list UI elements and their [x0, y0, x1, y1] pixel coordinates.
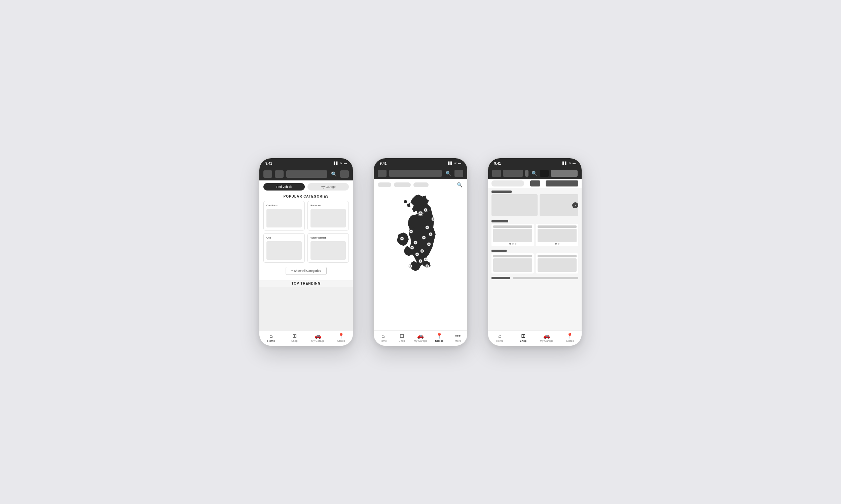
shop-sort-bar[interactable] — [546, 180, 578, 186]
bottom-label-1 — [492, 277, 510, 279]
phone-shop: 9:41 ▋▋ ≋ ▬ 🔍 — [488, 158, 582, 346]
section-label-2 — [492, 220, 508, 222]
shop-search-bar[interactable] — [492, 180, 524, 186]
tab-my-garage[interactable]: My Garage — [307, 183, 349, 191]
nav-hamburger-icon[interactable] — [263, 170, 272, 178]
nav-menu-icon-2[interactable] — [454, 170, 463, 177]
wifi-icon-3: ≋ — [568, 162, 571, 165]
dot-3 — [515, 243, 516, 245]
shop-filter-button[interactable] — [530, 180, 540, 186]
search-icon-3[interactable]: 🔍 — [456, 181, 463, 188]
trending-area — [259, 287, 353, 330]
search-icon[interactable]: 🔍 — [330, 170, 338, 178]
nav-home-label: Home — [268, 339, 275, 342]
nav-menu-icon[interactable] — [275, 170, 284, 178]
product-card-2[interactable] — [536, 224, 578, 246]
nav-home-3[interactable]: ⌂ Home — [493, 333, 507, 342]
top-nav-1: 🔍 — [259, 168, 353, 180]
nav-home[interactable]: ⌂ Home — [264, 333, 278, 342]
category-oils[interactable]: Oils — [263, 233, 305, 263]
category-oils-img — [267, 241, 302, 260]
product-card-3[interactable] — [492, 253, 534, 273]
bottom-nav-3: ⌂ Home ⊞ Shop 🚗 My Garage 📍 Stores — [488, 330, 582, 346]
stores-sub-nav: 🔍 — [374, 179, 467, 191]
status-icons-1: ▋▋ ≋ ▬ — [334, 162, 347, 165]
nav-home-2[interactable]: ⌂ Home — [376, 333, 391, 342]
svg-point-16 — [411, 247, 413, 249]
nav-shop-label-3: Shop — [520, 339, 527, 342]
status-time-1: 9:41 — [265, 162, 272, 165]
nav-back-icon-3[interactable] — [492, 170, 501, 177]
product-title-3 — [493, 255, 532, 257]
nav-stores-label-2: Stores — [435, 339, 443, 342]
filter-pill-2[interactable] — [394, 182, 411, 187]
svg-point-30 — [415, 242, 416, 244]
nav-shop-label: Shop — [291, 339, 298, 342]
bottom-nav-2: ⌂ Home ⊞ Shop 🚗 My Garage 📍 Stores ••• M… — [374, 330, 467, 346]
category-batteries-label: Batteries — [310, 204, 346, 207]
nav-shop[interactable]: ⊞ Shop — [287, 333, 302, 342]
filter-pill-1[interactable] — [378, 182, 391, 187]
nav-more[interactable]: ••• More — [450, 333, 465, 342]
category-batteries[interactable]: Batteries — [307, 201, 349, 231]
map-container[interactable] — [374, 191, 467, 330]
svg-point-10 — [428, 244, 430, 245]
svg-point-18 — [425, 259, 427, 260]
featured-next-arrow[interactable]: › — [572, 202, 578, 208]
phone1-content: POPULAR CATEGORIES Car Parts Batteries O… — [259, 191, 353, 330]
signal-icon-3: ▋▋ — [563, 162, 567, 165]
nav-back-icon[interactable] — [378, 170, 387, 177]
category-wiper-blades[interactable]: Wiper Blades — [307, 233, 349, 263]
phone-stores: 9:41 ▋▋ ≋ ▬ 🔍 🔍 — [373, 158, 468, 346]
shop-icon: ⊞ — [292, 333, 297, 339]
product-thumb-3 — [493, 258, 532, 272]
nav-mygarage-2[interactable]: 🚗 My Garage — [413, 333, 428, 342]
category-batteries-img — [310, 209, 346, 228]
signal-icon-2: ▋▋ — [448, 162, 453, 165]
nav-stores[interactable]: 📍 Stores — [334, 333, 348, 342]
battery-icon-2: ▬ — [458, 162, 461, 165]
search-icon-2[interactable]: 🔍 — [444, 170, 452, 177]
category-car-parts[interactable]: Car Parts — [263, 201, 305, 231]
status-bar-3: 9:41 ▋▋ ≋ ▬ — [488, 158, 582, 168]
shop-content: › — [488, 188, 582, 330]
nav-mygarage-label: My Garage — [311, 339, 325, 342]
nav-mygarage[interactable]: 🚗 My Garage — [310, 333, 325, 342]
garage-icon-2: 🚗 — [417, 333, 424, 339]
battery-icon: ▬ — [344, 162, 347, 165]
svg-point-22 — [430, 234, 432, 235]
nav-brand-bar — [503, 170, 523, 177]
section-label-1 — [492, 191, 512, 193]
search-icon-4[interactable]: 🔍 — [531, 170, 538, 177]
svg-point-14 — [416, 254, 418, 255]
product-row-1 — [492, 224, 578, 246]
product-thumb-2 — [537, 229, 577, 242]
nav-cart-icon[interactable] — [340, 170, 349, 178]
category-car-parts-img — [267, 209, 302, 228]
dot-1 — [509, 243, 511, 245]
status-bar-2: 9:41 ▋▋ ≋ ▬ — [374, 158, 467, 168]
product-card-1[interactable] — [492, 224, 534, 246]
nav-filter-btn[interactable] — [540, 170, 549, 177]
filter-pill-3[interactable] — [413, 182, 429, 187]
nav-stores-label: Stores — [338, 339, 345, 342]
bottom-content-1 — [513, 277, 578, 279]
phone-home: 9:41 ▋▋ ≋ ▬ 🔍 Find Vehicle My Garage POP… — [259, 158, 353, 346]
tabs-bar: Find Vehicle My Garage — [259, 180, 353, 191]
phones-container: 9:41 ▋▋ ≋ ▬ 🔍 Find Vehicle My Garage POP… — [259, 158, 582, 346]
tab-find-vehicle[interactable]: Find Vehicle — [263, 183, 305, 191]
nav-shop-3[interactable]: ⊞ Shop — [516, 333, 531, 342]
nav-mygarage-3[interactable]: 🚗 My Garage — [539, 333, 554, 342]
nav-stores-2[interactable]: 📍 Stores — [432, 333, 447, 342]
product-row-2 — [492, 253, 578, 273]
nav-stores-3[interactable]: 📍 Stores — [563, 333, 577, 342]
categories-grid: Car Parts Batteries Oils Wiper Blades — [259, 201, 353, 263]
nav-sort-bar — [551, 170, 578, 177]
dot-2 — [512, 243, 514, 245]
nav-shop-2[interactable]: ⊞ Shop — [394, 333, 409, 342]
product-card-4[interactable] — [536, 253, 578, 273]
status-icons-2: ▋▋ ≋ ▬ — [448, 162, 461, 165]
show-all-categories-button[interactable]: + Show All Categories — [286, 267, 327, 275]
featured-main-img[interactable] — [492, 194, 537, 216]
svg-point-4 — [425, 209, 427, 211]
